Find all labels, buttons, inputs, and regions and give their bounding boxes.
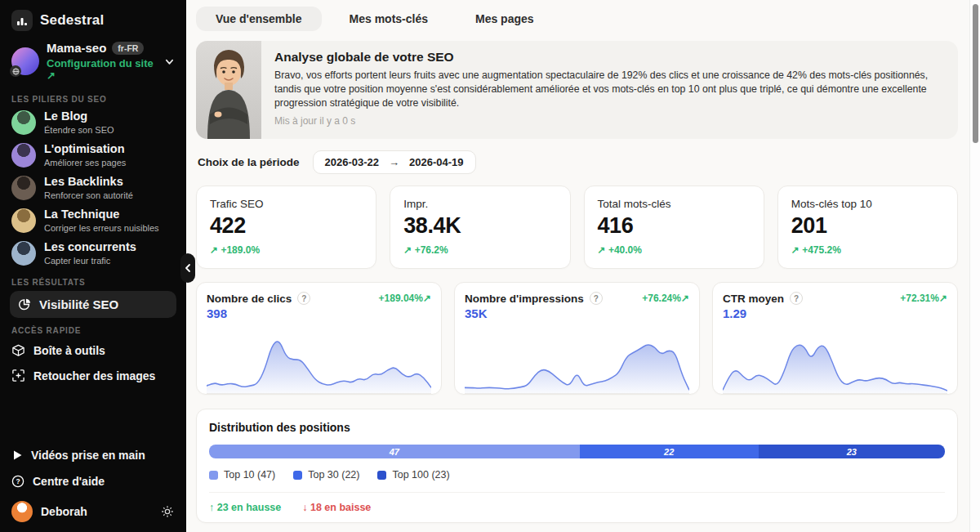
analysis-updated-timestamp: Mis à jour il y a 0 s (274, 115, 943, 127)
legend-label: Top 100 (23) (392, 469, 449, 481)
end-date: 2026-04-19 (409, 156, 464, 168)
kpi-card-total-mots-cles: Total mots-clés 416 ↗ +40.0% (584, 186, 764, 269)
distribution-title: Distribution des positions (209, 421, 945, 434)
settings-gear-icon[interactable] (160, 504, 175, 519)
sidebar-item-label: Les Backlinks (44, 176, 133, 189)
kpi-card-mots-cles-top10: Mots-clés top 10 201 ↗ +475.2% (777, 186, 958, 269)
legend-item-top30: Top 30 (22) (293, 469, 359, 481)
down-trend-label: ↓ 18 en baisse (302, 502, 371, 513)
scrollbar-thumb[interactable] (973, 4, 978, 143)
kpi-value: 416 (598, 213, 751, 239)
sidebar-item-label: Les concurrents (44, 241, 136, 254)
sidebar-item-optimisation[interactable]: L'optimisation Améliorer ses pages (10, 139, 176, 172)
kpi-card-trafic-seo: Trafic SEO 422 ↗ +189.0% (196, 186, 376, 269)
sidebar-item-sublabel: Améliorer ses pages (44, 158, 126, 168)
sidebar-item-backlinks[interactable]: Les Backlinks Renforcer son autorité (10, 172, 176, 204)
videos-onboarding-link[interactable]: Vidéos prise en main (10, 442, 176, 468)
sidebar-item-label: Centre d'aide (33, 475, 105, 488)
kpi-label: Trafic SEO (210, 198, 363, 210)
pillars-section-label: LES PILIERS DU SEO (11, 95, 175, 104)
main-content: Vue d'ensemble Mes mots-clés Mes pages (186, 0, 969, 532)
tab-mes-pages[interactable]: Mes pages (456, 7, 554, 31)
chart-title: Nombre de clics (207, 293, 292, 305)
date-range-picker[interactable]: 2026-03-22 → 2026-04-19 (313, 150, 476, 174)
distribution-segment: 47 (209, 445, 580, 458)
sidebar-item-label: Le Blog (44, 110, 114, 123)
tab-vue-densemble[interactable]: Vue d'ensemble (196, 7, 322, 31)
help-icon[interactable]: ? (297, 292, 310, 305)
kpi-value: 422 (210, 213, 363, 239)
legend-label: Top 10 (47) (224, 469, 275, 481)
sidebar-item-sublabel: Renforcer son autorité (44, 190, 133, 200)
help-icon[interactable]: ? (590, 292, 603, 305)
legend-item-top10: Top 10 (47) (209, 469, 275, 481)
legend-swatch-top30 (293, 471, 302, 480)
charts-row: Nombre de clics ? +189.04%↗ 398 Nombre d… (196, 282, 958, 395)
chart-card-ctr: CTR moyen ? +72.31%↗ 1.29 (712, 282, 958, 395)
sidebar-item-retouch-images[interactable]: Retoucher des images (10, 363, 176, 388)
brand-name: Sedestral (40, 12, 104, 29)
user-profile[interactable]: Deborah (10, 494, 176, 524)
sidebar-item-label: Boîte à outils (33, 344, 105, 357)
help-center-link[interactable]: ? Centre d'aide (10, 468, 176, 494)
brand[interactable]: Sedestral (10, 8, 176, 36)
legend-item-top100: Top 100 (23) (377, 469, 449, 481)
toolbox-icon (11, 343, 25, 357)
legend-swatch-top100 (377, 471, 386, 480)
kpi-delta: ↗ +189.0% (210, 244, 363, 256)
sidebar: Sedestral Mama-seo fr-FR Configuration d… (0, 0, 186, 532)
site-config-link[interactable]: Configuration du site ↗ (47, 57, 157, 82)
tab-bar: Vue d'ensemble Mes mots-clés Mes pages (196, 7, 958, 31)
position-distribution-bar: 472223 (209, 445, 945, 458)
scrollbar-track[interactable] (969, 0, 980, 532)
distribution-legend: Top 10 (47) Top 30 (22) Top 100 (23) (209, 469, 945, 481)
period-label: Choix de la période (198, 156, 300, 168)
kpi-card-impressions: Impr. 38.4K ↗ +76.2% (390, 186, 570, 269)
sidebar-item-label: L'optimisation (44, 143, 126, 156)
sidebar-item-label: Visibilité SEO (39, 297, 118, 311)
quick-access-section-label: ACCÈS RAPIDE (11, 326, 175, 335)
sedestral-logo-icon (11, 10, 33, 31)
site-config-label: Configuration du site (47, 57, 154, 69)
site-info: Mama-seo fr-FR Configuration du site ↗ (47, 41, 157, 82)
question-circle-icon: ? (11, 475, 24, 488)
area-chart-ctr (723, 330, 947, 394)
start-date: 2026-03-22 (325, 156, 380, 168)
kpi-delta: ↗ +40.0% (598, 244, 751, 256)
image-edit-icon (11, 369, 25, 382)
legend-swatch-top10 (209, 471, 218, 480)
up-trend-label: ↑ 23 en hausse (209, 502, 281, 513)
kpi-delta: ↗ +475.2% (791, 244, 944, 256)
distribution-footer: ↑ 23 en hausse ↓ 18 en baisse (209, 492, 945, 513)
kpi-label: Mots-clés top 10 (791, 198, 944, 210)
analysis-title: Analyse globale de votre SEO (274, 50, 943, 65)
sidebar-item-blog[interactable]: Le Blog Étendre son SEO (10, 106, 176, 139)
assistant-avatar (196, 41, 261, 139)
user-avatar (11, 501, 33, 522)
blog-avatar (11, 110, 36, 135)
external-link-arrow-icon: ↗ (47, 69, 56, 82)
chart-current-value: 1.29 (723, 306, 947, 320)
chart-card-clics: Nombre de clics ? +189.04%↗ 398 (196, 282, 442, 395)
chart-card-impressions: Nombre d'impressions ? +76.24%↗ 35K (454, 282, 700, 395)
site-avatar (11, 47, 39, 75)
tab-mes-mots-cles[interactable]: Mes mots-clés (330, 7, 448, 31)
sidebar-item-toolbox[interactable]: Boîte à outils (10, 338, 176, 363)
chart-title: Nombre d'impressions (465, 293, 584, 305)
kpi-label: Total mots-clés (598, 198, 751, 210)
chevron-down-icon[interactable] (164, 56, 175, 67)
optimisation-avatar (11, 143, 36, 168)
results-section-label: LES RÉSULTATS (11, 278, 175, 287)
sidebar-item-label: Retoucher des images (33, 369, 155, 382)
help-icon[interactable]: ? (790, 292, 803, 305)
sidebar-item-technique[interactable]: La Technique Corriger les erreurs nuisib… (10, 204, 176, 237)
sidebar-item-concurrents[interactable]: Les concurrents Capter leur trafic (10, 237, 176, 270)
app-root: Sedestral Mama-seo fr-FR Configuration d… (0, 0, 980, 532)
sidebar-item-visibilite-seo[interactable]: Visibilité SEO (10, 291, 176, 318)
pie-chart-icon (18, 297, 32, 311)
chart-delta: +72.31%↗ (900, 293, 947, 304)
legend-label: Top 30 (22) (308, 469, 359, 481)
sidebar-collapse-button[interactable] (180, 253, 195, 283)
site-selector[interactable]: Mama-seo fr-FR Configuration du site ↗ (10, 36, 176, 87)
area-chart-impressions (465, 330, 689, 394)
